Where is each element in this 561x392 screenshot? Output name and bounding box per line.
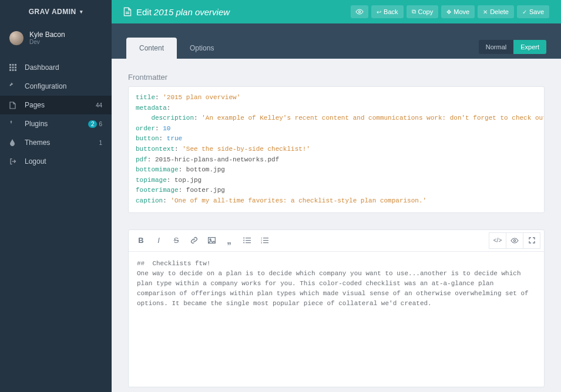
copy-button[interactable]: ⧉Copy (407, 5, 439, 18)
sidebar-item-plugins[interactable]: Plugins 2 6 (0, 114, 112, 133)
eye-icon (355, 9, 364, 15)
plugins-update-badge: 2 (88, 120, 98, 128)
svg-rect-4 (12, 67, 14, 69)
main: Edit 2015 plan overview ↩Back ⧉Copy ✥Mov… (112, 0, 561, 392)
logout-icon (9, 158, 20, 165)
page-name: 2015 plan overview (154, 7, 230, 17)
sidebar-item-label: Plugins (25, 120, 88, 128)
list-ol-icon: 123 (261, 237, 268, 244)
preview-toggle-button[interactable] (506, 232, 523, 249)
svg-point-16 (243, 242, 244, 244)
brand-header[interactable]: GRAV ADMIN ▾ (0, 0, 112, 23)
editor-textarea[interactable]: ## Checklists ftw! One way to decide on … (129, 252, 544, 387)
file-icon (123, 7, 132, 16)
frontmatter-label: Frontmatter (128, 73, 545, 82)
back-button[interactable]: ↩Back (371, 5, 403, 18)
page-title: Edit 2015 plan overview (123, 7, 230, 17)
sidebar-item-dashboard[interactable]: Dashboard (0, 58, 112, 77)
tab-options[interactable]: Options (177, 38, 227, 59)
svg-rect-17 (246, 242, 251, 243)
themes-count-badge: 1 (99, 140, 102, 146)
quote-button[interactable]: „ (220, 232, 238, 249)
content-area: Frontmatter title: '2015 plan overview' … (112, 59, 561, 392)
mode-expert[interactable]: Expert (513, 40, 546, 54)
svg-rect-21 (263, 240, 268, 241)
ol-button[interactable]: 123 (256, 232, 273, 249)
svg-rect-5 (15, 67, 16, 69)
svg-rect-8 (15, 69, 16, 71)
copy-icon: ⧉ (412, 8, 416, 15)
sidebar-item-label: Dashboard (25, 63, 102, 72)
sidebar-item-pages[interactable]: Pages 44 (0, 96, 112, 114)
plug-icon (9, 120, 20, 127)
svg-point-14 (243, 240, 244, 241)
svg-point-11 (210, 239, 211, 240)
sidebar-item-label: Logout (25, 157, 102, 165)
editor-toolbar: B I S „ 123 </> (129, 230, 544, 252)
ul-button[interactable] (238, 232, 256, 249)
svg-rect-23 (263, 242, 268, 243)
svg-rect-0 (9, 64, 11, 66)
move-icon: ✥ (446, 9, 451, 15)
save-button[interactable]: ✓Save (517, 5, 549, 18)
sidebar-item-label: Pages (25, 101, 96, 109)
sidebar: GRAV ADMIN ▾ Kyle Bacon Dev Dashboard Co… (0, 0, 112, 392)
italic-button[interactable]: I (150, 232, 167, 249)
mode-toggle: Normal Expert (479, 40, 546, 54)
code-icon: </> (493, 237, 502, 244)
chevron-down-icon: ▾ (80, 9, 83, 15)
svg-rect-1 (12, 64, 14, 66)
mode-normal[interactable]: Normal (479, 40, 513, 54)
svg-rect-13 (246, 238, 251, 238)
sidebar-item-label: Themes (25, 138, 99, 147)
bold-button[interactable]: B (132, 232, 150, 249)
svg-text:3: 3 (261, 241, 263, 244)
link-button[interactable] (185, 232, 203, 249)
file-icon (9, 102, 20, 109)
wrench-icon (9, 83, 20, 90)
user-role: Dev (29, 39, 65, 45)
link-icon (190, 236, 198, 244)
expand-icon (529, 237, 535, 244)
code-toggle-button[interactable]: </> (489, 232, 506, 249)
strike-button[interactable]: S (167, 232, 185, 249)
markdown-editor: B I S „ 123 </> ## Checklists ftw! One w… (128, 229, 545, 387)
svg-rect-3 (9, 67, 11, 69)
close-icon: ✕ (483, 9, 488, 15)
svg-point-12 (243, 238, 244, 239)
check-icon: ✓ (522, 9, 527, 15)
svg-rect-19 (263, 238, 268, 238)
fullscreen-button[interactable] (523, 232, 540, 249)
subheader: Content Options Normal Expert (112, 23, 561, 59)
edit-label: Edit (136, 7, 152, 17)
grid-icon (9, 64, 20, 71)
plugins-count-badge: 6 (99, 121, 102, 127)
image-icon (208, 237, 216, 244)
svg-rect-6 (9, 69, 11, 71)
header-bar: Edit 2015 plan overview ↩Back ⧉Copy ✥Mov… (112, 0, 561, 23)
svg-point-9 (358, 11, 360, 12)
svg-rect-2 (15, 64, 16, 66)
user-row[interactable]: Kyle Bacon Dev (0, 23, 112, 52)
move-button[interactable]: ✥Move (441, 5, 475, 18)
delete-button[interactable]: ✕Delete (478, 5, 514, 18)
sidebar-item-logout[interactable]: Logout (0, 152, 112, 171)
sidebar-item-themes[interactable]: Themes 1 (0, 133, 112, 152)
image-button[interactable] (203, 232, 220, 249)
brand-label: GRAV ADMIN (29, 8, 76, 16)
frontmatter-editor[interactable]: title: '2015 plan overview' metadata: de… (128, 86, 545, 213)
sidebar-item-configuration[interactable]: Configuration (0, 77, 112, 96)
list-ul-icon (243, 237, 251, 244)
user-name: Kyle Bacon (29, 31, 65, 39)
svg-point-24 (513, 239, 515, 241)
reply-icon: ↩ (377, 9, 381, 15)
avatar (9, 31, 23, 45)
tab-content[interactable]: Content (126, 38, 177, 59)
header-actions: ↩Back ⧉Copy ✥Move ✕Delete ✓Save (351, 5, 549, 18)
preview-button[interactable] (351, 5, 368, 18)
tabs: Content Options (126, 38, 227, 59)
paint-icon (9, 139, 20, 146)
sidebar-item-label: Configuration (25, 82, 102, 90)
eye-icon (510, 238, 519, 244)
pages-count-badge: 44 (96, 102, 102, 109)
